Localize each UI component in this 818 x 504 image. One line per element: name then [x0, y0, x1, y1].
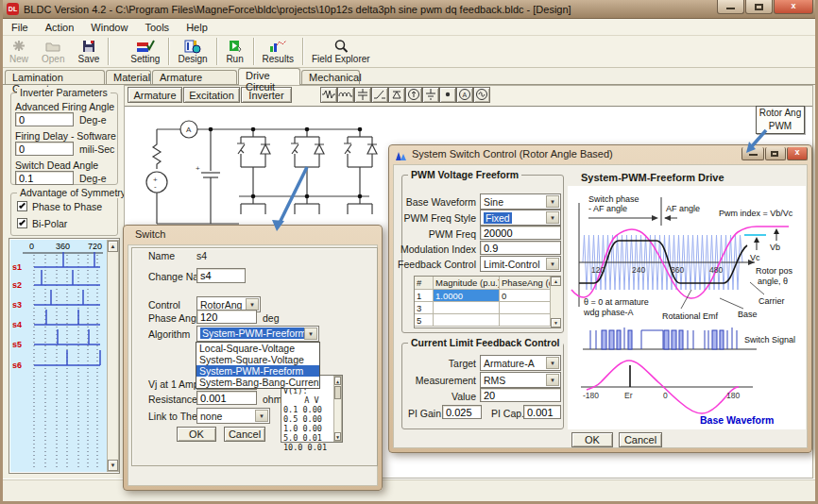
table-cell[interactable]	[434, 302, 500, 314]
chevron-down-icon[interactable]: ▼	[546, 195, 559, 208]
menu-action[interactable]: Action	[37, 20, 83, 35]
resistor-tool-button[interactable]	[320, 87, 337, 103]
tab-drive-circuit[interactable]: Drive Circuit	[238, 68, 300, 85]
dialog-minimize-button[interactable]	[741, 147, 764, 160]
menu-tools[interactable]: Tools	[136, 20, 178, 35]
inductor-tool-button[interactable]	[337, 87, 354, 103]
signal-label: s3	[12, 300, 22, 310]
maximize-button[interactable]	[745, 0, 773, 14]
scroll-thumb[interactable]	[334, 386, 341, 399]
algorithm-option[interactable]: System-Square-Voltage	[196, 354, 319, 365]
scroll-down-icon[interactable]: ▼	[334, 432, 341, 441]
armature-subtab[interactable]: Armature	[128, 87, 182, 103]
pwm-freq-input[interactable]	[480, 226, 561, 240]
close-button[interactable]: x	[774, 0, 813, 14]
menu-window[interactable]: Window	[82, 20, 136, 35]
chevron-down-icon[interactable]: ▼	[546, 374, 559, 386]
feedback-control-select[interactable]: Limit-Control▼	[480, 256, 561, 272]
pi-cap-input[interactable]	[523, 405, 561, 419]
table-cell-selected[interactable]: 1.0000	[434, 290, 500, 302]
table-cell[interactable]: 1	[415, 290, 434, 302]
annotation: θ = 0 at armature	[584, 297, 649, 307]
system-ok-button[interactable]: OK	[571, 432, 613, 447]
scroll-down-icon[interactable]: ▼	[551, 318, 561, 328]
switch-cancel-button[interactable]: Cancel	[224, 427, 265, 442]
excitation-subtab[interactable]: Excitation	[183, 87, 240, 103]
menu-help[interactable]: Help	[178, 20, 216, 35]
algorithm-option[interactable]: Local-Square-Voltage	[196, 343, 319, 354]
algorithm-option-selected[interactable]: System-PWM-Freeform	[196, 365, 319, 377]
switch-ok-button[interactable]: OK	[177, 427, 216, 442]
table-cell[interactable]	[434, 314, 500, 327]
annotation: Rotational Emf	[662, 311, 719, 321]
minimize-button[interactable]	[717, 0, 744, 14]
bi-polar-checkbox[interactable]	[17, 218, 27, 228]
timing-panel-scrollbar[interactable]: ▲ ▼	[107, 240, 119, 472]
algorithm-combobox[interactable]: System-PWM-Freeform▼	[196, 326, 319, 342]
results-button[interactable]: Results	[256, 36, 300, 67]
harmonics-table[interactable]: # Magnitude (p.u.) PhaseAng (deg) 1 1.00…	[414, 276, 561, 328]
link-thermal-select[interactable]: none▼	[196, 408, 270, 424]
tab-mechanical[interactable]: Mechanical	[301, 70, 360, 85]
new-button[interactable]: New	[3, 36, 35, 67]
source-tool-button[interactable]	[405, 87, 422, 103]
firing-delay-input[interactable]	[15, 142, 74, 156]
system-cancel-button[interactable]: Cancel	[619, 432, 662, 447]
run-button[interactable]: Run	[219, 36, 251, 67]
change-name-input[interactable]	[196, 268, 246, 283]
table-cell[interactable]	[500, 302, 551, 314]
table-scrollbar[interactable]: ▲ ▼	[551, 277, 561, 328]
chevron-down-icon[interactable]: ▼	[546, 211, 559, 224]
device-vi-scrollbar[interactable]: ▲ ▼	[333, 376, 342, 442]
setting-button[interactable]: Setting	[124, 36, 166, 67]
dialog-restore-button[interactable]	[765, 147, 786, 160]
field-explorer-button[interactable]: Field Explorer	[305, 36, 377, 67]
capacitor-tool-button[interactable]	[354, 87, 371, 103]
scroll-up-icon[interactable]: ▲	[551, 277, 561, 286]
table-cell[interactable]: 5	[415, 314, 434, 327]
chevron-down-icon[interactable]: ▼	[304, 328, 317, 340]
mod-index-input[interactable]	[480, 241, 561, 255]
design-button[interactable]: Design	[171, 36, 213, 67]
table-cell[interactable]: 3	[415, 302, 434, 314]
menu-file[interactable]: File	[3, 20, 37, 35]
open-button[interactable]: Open	[35, 36, 71, 67]
node-tool-button[interactable]	[439, 87, 456, 103]
resistance-input[interactable]	[196, 391, 257, 405]
switch-dead-angle-input[interactable]	[15, 171, 74, 185]
device-vi-row: 1.0 0.00	[283, 424, 340, 433]
phase-angle-input[interactable]	[196, 310, 257, 324]
advanced-firing-angle-input[interactable]	[15, 112, 74, 126]
inverter-schematic[interactable]: A +- +	[135, 109, 400, 231]
freq-style-select[interactable]: Fixed▼	[480, 210, 561, 226]
tab-armature-winding[interactable]: Armature Winding	[152, 70, 237, 85]
diode-tool-button[interactable]	[388, 87, 405, 103]
chevron-down-icon[interactable]: ▼	[546, 357, 559, 369]
value-input[interactable]	[480, 388, 561, 402]
voltmeter-tool-button[interactable]	[473, 87, 490, 103]
tick-label: 360	[56, 242, 70, 251]
chevron-down-icon[interactable]: ▼	[546, 258, 559, 270]
table-header: Magnitude (p.u.)	[434, 277, 500, 290]
algorithm-option[interactable]: System-Bang-Bang-Current	[196, 377, 319, 388]
dialog-close-button[interactable]: x	[787, 147, 808, 160]
rotor-ang-pwm-label[interactable]: Rotor Ang PWM	[756, 106, 805, 134]
tab-material[interactable]: Material	[106, 70, 151, 85]
phase-to-phase-checkbox[interactable]	[17, 201, 27, 211]
tab-lamination-geometry[interactable]: Lamination Geometry	[5, 70, 105, 85]
chevron-down-icon[interactable]: ▼	[255, 410, 268, 422]
scroll-up-icon[interactable]: ▲	[108, 241, 118, 252]
pi-gain-input[interactable]	[442, 405, 482, 419]
ammeter-tool-button[interactable]: A	[456, 87, 473, 103]
save-button[interactable]: Save	[71, 36, 106, 67]
scroll-up-icon[interactable]: ▲	[334, 377, 341, 385]
table-cell[interactable]	[500, 314, 551, 327]
measurement-select[interactable]: RMS▼	[480, 372, 561, 388]
switch-tool-button[interactable]	[371, 87, 388, 103]
base-waveform-select[interactable]: Sine▼	[480, 193, 561, 210]
scroll-down-icon[interactable]: ▼	[108, 460, 118, 471]
target-select[interactable]: Armature-A▼	[480, 355, 561, 371]
table-cell[interactable]: 0	[500, 290, 551, 302]
ground-tool-button[interactable]	[422, 87, 439, 103]
axis-tick: 360	[671, 265, 684, 275]
